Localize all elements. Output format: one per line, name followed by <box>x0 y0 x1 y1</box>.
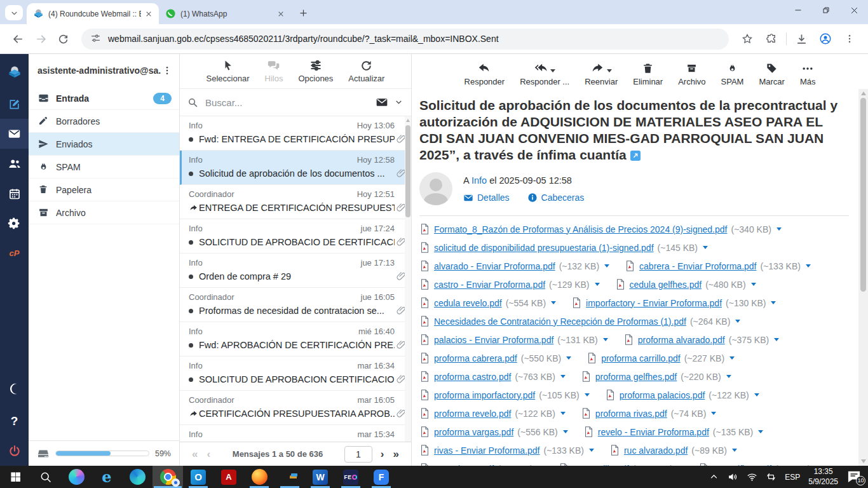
tab-search-button[interactable] <box>5 5 23 20</box>
message-list-item[interactable]: Info Hoy 12:58 Solicitud de aprobación d… <box>180 151 411 185</box>
attachment-item[interactable]: proforma gelfhes.pdf (~220 KB) <box>581 370 731 383</box>
prev-page-button[interactable]: ‹ <box>207 449 210 459</box>
attachment-item[interactable]: palacios - Enviar Proforma.pdf (~131 KB) <box>419 334 608 346</box>
next-page-button[interactable]: › <box>381 449 384 459</box>
taskbar-edge[interactable] <box>122 466 153 488</box>
tray-expand-chevron[interactable] <box>709 471 719 482</box>
attachment-name[interactable]: proforma imporfactory.pdf <box>434 390 535 400</box>
attachment-item[interactable]: proforma carrillo.pdf (~227 KB) <box>587 352 735 364</box>
app-sidebar-item-dark-mode[interactable] <box>0 371 29 406</box>
headers-link[interactable]: Cabeceras <box>527 193 585 203</box>
attachment-name[interactable]: revelo - Enviar Proforma.pdf <box>598 427 709 437</box>
account-menu-button[interactable] <box>161 65 173 76</box>
scrollbar-thumb[interactable] <box>860 98 866 292</box>
notification-center-button[interactable]: 10 <box>846 470 863 484</box>
attachment-name[interactable]: rivas - Enviar Proforma.pdf <box>434 445 540 456</box>
site-settings-icon[interactable] <box>90 33 102 44</box>
attachment-menu-caret[interactable] <box>711 412 716 415</box>
taskbar-firefox[interactable] <box>244 466 275 488</box>
attachment-item[interactable]: alvarado - Enviar Proforma.pdf (~132 KB) <box>419 260 609 272</box>
search-scope-icon[interactable] <box>376 96 388 109</box>
taskbar-search-win[interactable] <box>31 466 61 488</box>
message-list-item[interactable]: Info Hoy 13:06 Fwd: ENTREGA DE CERTIFICA… <box>180 116 411 151</box>
attachment-item[interactable]: ruc cabrera.pdf (~12 KB) <box>419 463 543 466</box>
search-options-chevron[interactable] <box>395 98 403 107</box>
external-link-icon[interactable] <box>630 151 641 161</box>
attachment-menu-caret[interactable] <box>566 356 571 360</box>
attachment-name[interactable]: proforma palacios.pdf <box>620 390 705 400</box>
attachment-name[interactable]: imporfactory - Enviar Proforma.pdf <box>586 298 722 308</box>
attachment-menu-caret[interactable] <box>560 412 566 415</box>
attachment-item[interactable]: cabrera - Enviar Proforma.pdf (~133 KB) <box>625 260 811 272</box>
message-list-item[interactable]: Info mar 16:34 SOLICITUD DE APROBACION C… <box>180 356 411 391</box>
attachment-menu-caret[interactable] <box>603 338 608 341</box>
list-toolbar-opciones[interactable]: Opciones <box>298 59 333 83</box>
attachment-menu-caret[interactable] <box>729 356 735 360</box>
attachment-item[interactable]: proforma castro.pdf (~763 KB) <box>419 370 566 383</box>
scroll-down-arrow[interactable] <box>861 459 866 463</box>
scrollbar-thumb[interactable] <box>405 125 410 217</box>
tab-close-button[interactable] <box>144 9 154 19</box>
first-page-button[interactable]: « <box>192 449 198 459</box>
attachment-menu-caret[interactable] <box>735 320 740 323</box>
attachment-item[interactable]: proforma vargas.pdf (~556 KB) <box>419 426 568 438</box>
profile-button[interactable] <box>815 29 836 49</box>
attachment-name[interactable]: Necesidades de Contratación y Recepción … <box>434 316 686 327</box>
mail-toolbar-spam[interactable]: SPAM <box>721 61 744 86</box>
mail-toolbar-marcar[interactable]: Marcar <box>759 61 784 86</box>
forward-button[interactable] <box>31 29 51 49</box>
app-sidebar-item-cpanel[interactable]: cP <box>0 238 29 268</box>
attachment-menu-caret[interactable] <box>595 283 600 286</box>
attachment-menu-caret[interactable] <box>551 301 556 304</box>
attachment-item[interactable]: ruc gelfhes.pdf (~10 KB) <box>698 463 820 466</box>
app-sidebar-item-contacts[interactable] <box>0 149 29 179</box>
attachment-name[interactable]: ruc gelfhes.pdf <box>713 464 771 466</box>
attachment-name[interactable]: proforma alvarado.pdf <box>638 335 725 345</box>
downloads-button[interactable] <box>791 29 811 49</box>
app-sidebar-item-mail[interactable] <box>0 119 29 149</box>
attachment-item[interactable]: revelo - Enviar Proforma.pdf (~135 KB) <box>583 426 764 438</box>
message-list-item[interactable]: Info jue 17:13 Orden de compra # 29 <box>180 254 411 288</box>
app-sidebar-item-settings[interactable] <box>0 208 29 238</box>
cast-icon[interactable] <box>766 471 776 482</box>
taskbar-explorer[interactable] <box>275 466 305 488</box>
app-sidebar-item-roundcube-logo[interactable] <box>0 54 29 89</box>
folder-item-borradores[interactable]: Borradores <box>29 110 179 133</box>
attachment-item[interactable]: cedula revelo.pdf (~554 KB) <box>419 297 556 309</box>
folder-item-entrada[interactable]: Entrada 4 <box>29 87 179 110</box>
mail-toolbar-más[interactable]: Más <box>800 61 816 86</box>
language-indicator[interactable]: ESP <box>785 473 800 482</box>
attachment-item[interactable]: rivas - Enviar Proforma.pdf (~133 KB) <box>419 444 594 456</box>
address-bar[interactable]: webmail.sanjuan.gob.ec/cpsess4685020211/… <box>81 29 729 50</box>
attachment-name[interactable]: ruc carrillo.pdf <box>573 464 629 466</box>
search-input[interactable] <box>204 97 376 109</box>
folder-item-archivo[interactable]: Archivo <box>29 201 179 224</box>
scroll-up-arrow[interactable] <box>861 92 866 95</box>
folder-item-papelera[interactable]: Papelera <box>29 179 179 201</box>
minimize-button[interactable] <box>784 0 812 20</box>
attachment-menu-caret[interactable] <box>560 375 566 378</box>
attachment-item[interactable]: imporfactory - Enviar Proforma.pdf (~130… <box>571 297 776 309</box>
mail-toolbar-responder[interactable]: Responder <box>465 61 505 86</box>
reading-pane-scrollbar[interactable] <box>858 89 868 466</box>
new-tab-button[interactable] <box>295 4 311 21</box>
taskbar-chrome[interactable] <box>153 466 183 488</box>
attachment-item[interactable]: proforma palacios.pdf (~122 KB) <box>605 389 759 401</box>
taskbar-flow[interactable]: F <box>366 466 397 488</box>
attachment-item[interactable]: ruc carrillo.pdf (~176 KB) <box>559 463 683 466</box>
app-sidebar-item-help[interactable]: ? <box>0 406 29 436</box>
message-list-item[interactable]: Info mar 15:34 <box>180 425 411 442</box>
recipient-link[interactable]: Info <box>471 175 487 186</box>
message-list-item[interactable]: Coordinador mar 16:05 CERTIFICACIÓN PRES… <box>180 391 411 425</box>
attachment-item[interactable]: proforma cabrera.pdf (~550 KB) <box>419 352 571 364</box>
app-sidebar-item-compose[interactable] <box>0 89 29 119</box>
list-toolbar-hilos[interactable]: Hilos <box>265 59 283 83</box>
attachment-item[interactable]: proforma alvarado.pdf (~375 KB) <box>623 334 779 346</box>
taskbar-acrobat[interactable]: A <box>214 466 244 488</box>
attachment-menu-caret[interactable] <box>732 449 737 452</box>
attachment-name[interactable]: proforma castro.pdf <box>434 372 511 382</box>
attachment-menu-caret[interactable] <box>589 449 594 452</box>
taskbar-copilot[interactable] <box>61 466 92 488</box>
message-list-item[interactable]: Coordinador jue 16:05 Proformas de neces… <box>180 288 411 322</box>
attachment-item[interactable]: solicitud de disponibilidad presupuestar… <box>419 241 708 254</box>
